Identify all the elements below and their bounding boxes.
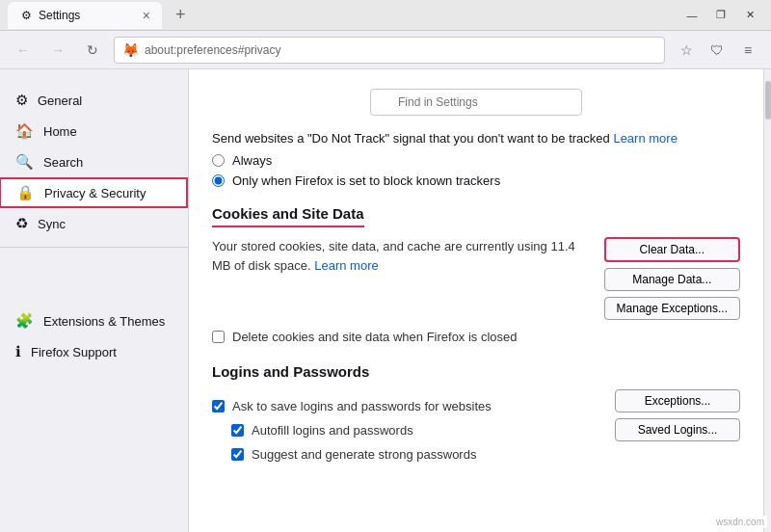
main-layout: ⚙ General 🏠 Home 🔍 Search 🔒 Privacy & Se… <box>0 69 771 532</box>
sidebar-item-support[interactable]: ℹ Firefox Support <box>0 336 188 367</box>
close-button[interactable]: ✕ <box>736 2 763 29</box>
sidebar-item-privacy[interactable]: 🔒 Privacy & Security <box>0 177 188 208</box>
dnt-always-label: Always <box>232 153 272 168</box>
logins-title: Logins and Passwords <box>212 363 740 380</box>
sidebar-item-label: Home <box>43 124 77 139</box>
new-tab-button[interactable]: + <box>170 5 192 25</box>
tab-favicon-icon: ⚙ <box>19 9 33 22</box>
cookies-section-title: Cookies and Site Data <box>212 205 364 227</box>
window-controls: — ❐ ✕ <box>678 2 763 29</box>
cookies-learn-more-link[interactable]: Learn more <box>314 258 378 273</box>
save-logins-checkbox[interactable] <box>212 400 225 412</box>
dnt-always-option[interactable]: Always <box>212 153 740 168</box>
sidebar: ⚙ General 🏠 Home 🔍 Search 🔒 Privacy & Se… <box>0 69 189 532</box>
sidebar-item-label: Privacy & Security <box>44 186 146 200</box>
autofill-checkbox[interactable] <box>231 424 244 437</box>
save-logins-label: Ask to save logins and passwords for web… <box>232 399 492 413</box>
maximize-button[interactable]: ❐ <box>707 2 734 29</box>
bookmark-icon[interactable]: ☆ <box>673 37 700 64</box>
dnt-trackers-radio[interactable] <box>212 174 225 187</box>
delete-cookies-row[interactable]: Delete cookies and site data when Firefo… <box>212 330 740 344</box>
navbar: ← → ↻ 🦊 about:preferences#privacy ☆ 🛡 ≡ <box>0 31 771 69</box>
manage-data-button[interactable]: Manage Data... <box>604 268 740 291</box>
sidebar-item-label: Firefox Support <box>31 345 117 359</box>
cookies-text: Your stored cookies, site data, and cach… <box>212 237 593 284</box>
search-nav-icon: 🔍 <box>15 153 34 171</box>
titlebar: ⚙ Settings × + — ❐ ✕ <box>0 0 771 31</box>
sidebar-item-label: Sync <box>38 217 66 231</box>
find-bar: 🔍 <box>212 89 740 116</box>
sidebar-item-sync[interactable]: ♻ Sync <box>0 208 188 239</box>
cookies-section: Cookies and Site Data Your stored cookie… <box>212 205 740 344</box>
autofill-label: Autofill logins and passwords <box>252 423 413 438</box>
firefox-icon: 🦊 <box>122 42 139 58</box>
manage-exceptions-button[interactable]: Manage Exceptions... <box>604 297 740 320</box>
sidebar-item-label: Extensions & Themes <box>43 314 165 329</box>
general-icon: ⚙ <box>15 92 28 109</box>
minimize-button[interactable]: — <box>678 2 705 29</box>
address-text: about:preferences#privacy <box>145 43 280 57</box>
autofill-row[interactable]: Autofill logins and passwords <box>231 423 615 438</box>
dnt-always-radio[interactable] <box>212 154 225 167</box>
cookies-buttons: Clear Data... Manage Data... Manage Exce… <box>604 237 740 320</box>
saved-logins-button[interactable]: Saved Logins... <box>615 418 740 441</box>
content-area: 🔍 Send websites a "Do Not Track" signal … <box>189 69 763 532</box>
sidebar-item-extensions[interactable]: 🧩 Extensions & Themes <box>0 306 188 336</box>
address-bar[interactable]: 🦊 about:preferences#privacy <box>114 37 665 64</box>
find-input-wrap: 🔍 <box>370 89 582 116</box>
dnt-trackers-label: Only when Firefox is set to block known … <box>232 173 500 188</box>
scrollbar-thumb[interactable] <box>765 81 771 120</box>
delete-cookies-checkbox[interactable] <box>212 331 225 343</box>
logins-options: Ask to save logins and passwords for web… <box>212 389 615 471</box>
dnt-label-text: Send websites a "Do Not Track" signal th… <box>212 131 610 146</box>
sync-icon: ♻ <box>15 215 28 232</box>
cookies-desc: Your stored cookies, site data, and cach… <box>212 237 593 275</box>
tab-title: Settings <box>39 9 80 22</box>
toolbar-right: ☆ 🛡 ≡ <box>673 37 761 64</box>
sidebar-item-search[interactable]: 🔍 Search <box>0 146 188 177</box>
forward-button[interactable]: → <box>44 37 71 64</box>
cookies-row: Your stored cookies, site data, and cach… <box>212 237 740 320</box>
logins-row: Ask to save logins and passwords for web… <box>212 389 740 471</box>
exceptions-button[interactable]: Exceptions... <box>615 389 740 412</box>
sidebar-divider <box>0 247 188 248</box>
shield-icon[interactable]: 🛡 <box>704 37 731 64</box>
menu-icon[interactable]: ≡ <box>734 37 761 64</box>
dnt-learn-more-link[interactable]: Learn more <box>613 131 677 146</box>
find-settings-input[interactable] <box>370 89 582 116</box>
browser-tab[interactable]: ⚙ Settings × <box>8 2 162 29</box>
home-icon: 🏠 <box>15 122 34 140</box>
sidebar-item-label: General <box>38 93 82 108</box>
cookies-desc-text: Your stored cookies, site data, and cach… <box>212 239 575 273</box>
scrollbar[interactable] <box>763 69 771 532</box>
sidebar-item-home[interactable]: 🏠 Home <box>0 116 188 146</box>
suggest-strong-label: Suggest and generate strong passwords <box>252 447 476 462</box>
clear-data-button[interactable]: Clear Data... <box>604 237 740 262</box>
delete-cookies-label: Delete cookies and site data when Firefo… <box>232 330 518 344</box>
watermark: wsxdn.com <box>713 516 767 528</box>
suggest-strong-row[interactable]: Suggest and generate strong passwords <box>231 447 615 462</box>
logins-section: Logins and Passwords Ask to save logins … <box>212 363 740 471</box>
info-icon: ℹ <box>15 343 21 360</box>
sidebar-item-label: Search <box>43 155 83 170</box>
dnt-trackers-option[interactable]: Only when Firefox is set to block known … <box>212 173 740 188</box>
logins-buttons: Exceptions... Saved Logins... <box>615 389 740 441</box>
sidebar-item-general[interactable]: ⚙ General <box>0 85 188 116</box>
back-button[interactable]: ← <box>10 37 37 64</box>
save-logins-row[interactable]: Ask to save logins and passwords for web… <box>212 399 615 413</box>
suggest-strong-checkbox[interactable] <box>231 448 244 461</box>
reload-button[interactable]: ↻ <box>79 37 106 64</box>
dnt-label: Send websites a "Do Not Track" signal th… <box>212 131 740 146</box>
extensions-icon: 🧩 <box>15 312 34 330</box>
lock-icon: 🔒 <box>16 184 35 201</box>
dnt-section: Send websites a "Do Not Track" signal th… <box>212 131 740 188</box>
tab-close-button[interactable]: × <box>143 8 150 23</box>
